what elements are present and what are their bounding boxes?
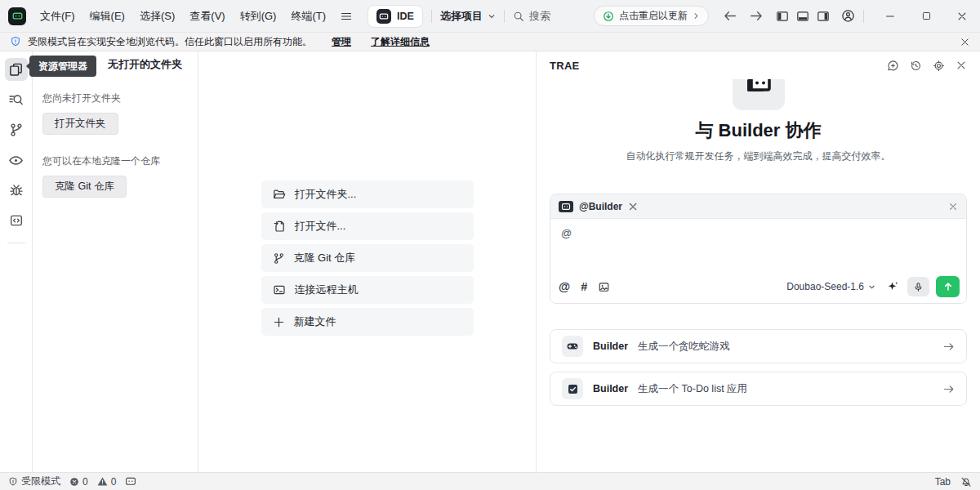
suggestion-text: 生成一个 To-Do list 应用 [638,382,747,396]
welcome-remote-host-button[interactable]: 连接远程主机 [261,276,474,304]
agent-tag-row: @Builder [550,194,966,219]
restricted-mode-message: 受限模式旨在实现安全地浏览代码。信任此窗口以启用所有功能。 [28,35,312,49]
account-icon[interactable] [841,9,855,23]
shield-icon [8,477,18,487]
explorer-tooltip: 资源管理器 [29,56,96,77]
maximize-button[interactable] [908,0,944,33]
ide-label: IDE [397,11,414,22]
close-window-button[interactable] [944,0,980,33]
clone-git-button[interactable]: 克隆 Git 仓库 [42,176,127,198]
minimize-button[interactable] [872,0,908,33]
divider [431,10,432,23]
activity-extensions-icon[interactable] [5,209,28,232]
activity-debug-icon[interactable] [5,179,28,202]
at-mention-icon[interactable]: @ [559,281,570,293]
explorer-panel: 无打开的文件夹 您尚未打开文件夹 打开文件夹 您可以在本地克隆一个仓库 克隆 G… [33,51,198,472]
robot-status-icon[interactable] [125,477,136,486]
chat-input-body[interactable]: @ @ # [550,219,966,303]
activity-bar [0,51,33,472]
search-placeholder: 搜索 [529,9,550,24]
open-folder-button[interactable]: 打开文件夹 [42,113,118,135]
arrow-right-icon [942,341,955,353]
remote-host-icon [273,283,286,296]
model-selector[interactable]: Doubao-Seed-1.6 [786,281,875,292]
status-bar: 受限模式 0 0 [0,472,980,490]
no-folder-hint: 您尚未打开文件夹 [42,91,188,105]
suggestion-snake-game[interactable]: Builder 生成一个贪吃蛇游戏 [550,329,967,363]
git-branch-icon [273,252,285,265]
gamepad-icon [562,336,583,357]
tag-close-icon[interactable] [948,202,958,212]
search-input[interactable]: 搜索 [513,9,550,24]
builder-hero-subtitle: 自动化执行常规开发任务，端到端高效完成，提高交付效率。 [537,149,980,163]
activity-search-icon[interactable] [5,88,28,111]
close-panel-icon[interactable] [956,60,967,71]
restricted-mode-label: 受限模式 [21,474,60,488]
welcome-new-file-button[interactable]: 新建文件 [261,308,474,336]
suggestion-list: Builder 生成一个贪吃蛇游戏 Bui [550,329,967,406]
file-open-icon [273,220,286,233]
restart-update-button[interactable]: 点击重启以更新 [594,6,709,26]
todo-check-icon [562,378,583,399]
chat-input[interactable]: @ [561,227,572,239]
hamburger-menu-icon[interactable] [333,10,359,23]
builder-hero-title: 与 Builder 协作 [537,118,980,143]
nav-arrows [724,9,763,23]
banner-close-icon[interactable] [960,37,970,47]
chat-header-icons [887,60,967,72]
menu-view[interactable]: 查看(V) [182,6,232,27]
welcome-action-label: 新建文件 [294,314,336,329]
sparkle-icon[interactable] [886,280,899,293]
suggestion-text: 生成一个贪吃蛇游戏 [638,340,730,354]
robot-chip-icon [559,201,573,212]
main-area: 资源管理器 [0,51,980,472]
menu-edit[interactable]: 编辑(E) [82,6,132,27]
ide-mode-toggle[interactable]: IDE [368,5,423,28]
menu-file[interactable]: 文件(F) [33,6,82,27]
hash-context-icon[interactable]: # [581,281,587,293]
menu-selection[interactable]: 选择(S) [132,6,182,27]
suggestion-todo-app[interactable]: Builder 生成一个 To-Do list 应用 [550,372,967,406]
back-arrow-icon[interactable] [724,9,737,23]
welcome-clone-git-button[interactable]: 克隆 Git 仓库 [261,244,474,272]
manage-link[interactable]: 管理 [332,35,351,49]
image-attach-icon[interactable] [598,281,610,293]
activity-eye-icon[interactable] [5,149,28,172]
titlebar: 文件(F) 编辑(E) 选择(S) 查看(V) 转到(G) 终端(T) IDE … [0,0,980,33]
bell-slash-icon[interactable] [960,476,972,488]
titlebar-right: 点击重启以更新 [594,0,980,33]
settings-gear-icon[interactable] [933,60,945,72]
welcome-open-folder-button[interactable]: 打开文件夹... [261,180,474,208]
restricted-mode-status[interactable]: 受限模式 [8,474,60,488]
project-selector-label: 选择项目 [440,9,483,24]
layout-sidebar-left-icon[interactable] [776,10,789,23]
app-window: 文件(F) 编辑(E) 选择(S) 查看(V) 转到(G) 终端(T) IDE … [0,0,980,490]
menu-goto[interactable]: 转到(G) [233,6,284,27]
shield-icon [10,36,21,47]
robot-icon [11,10,24,22]
welcome-open-file-button[interactable]: 打开文件... [261,212,474,240]
editor-welcome-area: 打开文件夹... 打开文件... [198,51,537,472]
project-selector[interactable]: 选择项目 [440,9,496,24]
chat-input-box: @Builder @ [550,194,967,304]
problems-status[interactable]: 0 0 [69,476,116,488]
chat-controls: @ # Doubao-Seed-1.6 [559,276,960,297]
layout-panel-bottom-icon[interactable] [796,10,809,23]
send-button[interactable] [936,276,960,297]
activity-source-control-icon[interactable] [5,118,28,141]
forward-arrow-icon[interactable] [749,9,763,23]
menu-terminal[interactable]: 终端(T) [283,6,333,27]
learn-more-link[interactable]: 了解详细信息 [371,35,430,49]
welcome-action-label: 克隆 Git 仓库 [294,251,356,265]
new-chat-icon[interactable] [887,60,899,72]
statusbar-right: Tab [935,476,972,488]
history-icon[interactable] [910,60,922,72]
layout-sidebar-right-icon[interactable] [817,10,830,23]
microphone-button[interactable] [907,277,929,296]
app-logo-icon[interactable] [8,7,26,25]
update-label: 点击重启以更新 [619,9,688,23]
divider [504,10,505,23]
warning-triangle-icon [97,476,108,487]
welcome-action-label: 打开文件... [295,219,346,234]
tools-icon[interactable] [628,202,638,212]
